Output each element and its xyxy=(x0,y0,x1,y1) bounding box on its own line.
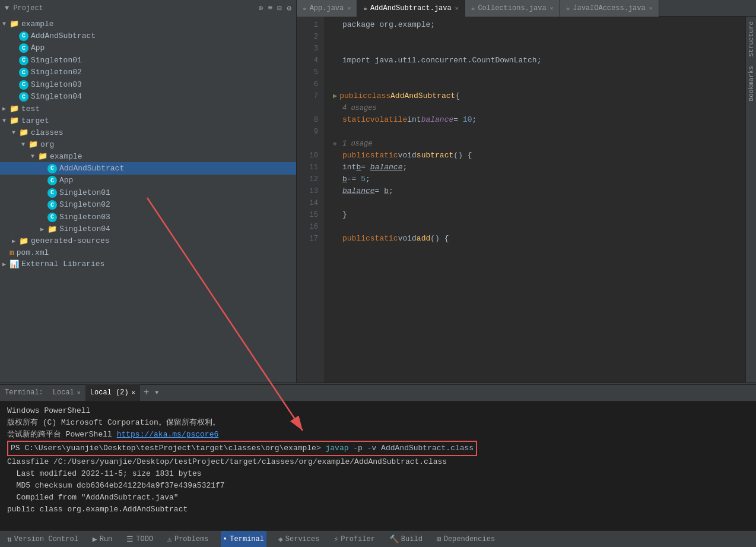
tree-item-label: pom.xml xyxy=(17,248,49,257)
editor-tab-bar: ☕App.java✕☕AddAndSubtract.java✕☕Collecti… xyxy=(297,0,756,17)
tree-item-label: Singleton03 xyxy=(59,213,110,222)
tree-item-label: classes xyxy=(31,128,63,137)
terminal-tab-local2[interactable]: Local (2) ✕ xyxy=(85,384,140,401)
folder-icon: 📁 xyxy=(38,151,47,161)
tree-item-singleton02[interactable]: CSingleton02 xyxy=(0,67,296,79)
terminal-line-5[interactable]: PS C:\Users\yuanjie\Desktop\testProject\… xyxy=(7,441,477,456)
status-icon-build: 🔨 xyxy=(389,535,399,544)
toolbar-settings-icon[interactable]: ⚙ xyxy=(287,4,291,13)
tab-label-collections-java: Collections.java xyxy=(478,4,546,12)
terminal-tab-local1[interactable]: Local ✕ xyxy=(48,384,85,401)
tree-item-label: App xyxy=(59,176,73,185)
tab-addandsubtract-java[interactable]: ☕AddAndSubtract.java✕ xyxy=(357,0,465,17)
tab-close-collections-java[interactable]: ✕ xyxy=(550,5,554,12)
pom-icon: m xyxy=(9,248,14,257)
tree-arrow: ▶ xyxy=(40,226,47,233)
tab-icon-javaio-java: ☕ xyxy=(566,4,570,12)
tree-item-singleton03[interactable]: CSingleton03 xyxy=(0,211,296,223)
tree-item-generated-sources[interactable]: ▶📁generated-sources xyxy=(0,235,296,247)
tree-arrow: ▼ xyxy=(12,129,19,136)
tree-item-app[interactable]: CApp xyxy=(0,42,296,55)
status-item-services[interactable]: ◈Services xyxy=(276,531,322,548)
code-line-5 xyxy=(333,67,745,78)
toolbar-scroll-icon[interactable]: ≡ xyxy=(268,4,273,13)
tree-arrow: ▼ xyxy=(31,153,38,160)
status-label-run: Run xyxy=(100,535,113,543)
terminal-title: Terminal: xyxy=(5,388,43,397)
folder-class-icon: 📁 xyxy=(47,225,57,234)
terminal-line-6: Classfile /C:/Users/yuanjie/Desktop/test… xyxy=(7,456,749,468)
tree-item-app[interactable]: CApp xyxy=(0,175,296,187)
tree-item-singleton04[interactable]: ▶📁Singleton04 xyxy=(0,223,296,235)
terminal-tab-local2-close[interactable]: ✕ xyxy=(132,389,135,396)
tree-item-test[interactable]: ▶📁test xyxy=(0,103,296,115)
code-line-6 xyxy=(333,78,745,90)
tree-arrow: ▶ xyxy=(12,238,19,245)
tab-bar: ▼ Project ⊕ ≡ ⊟ ⚙ ☕App.java✕☕AddAndSubtr… xyxy=(0,0,756,17)
status-label-build: Build xyxy=(401,535,423,543)
class-icon: C xyxy=(19,92,28,102)
folder-icon: 📁 xyxy=(9,19,19,29)
tree-item-label: Singleton03 xyxy=(31,80,82,89)
tree-item-example[interactable]: ▼📁example xyxy=(0,150,296,162)
tree-item-label: target xyxy=(21,116,49,125)
terminal-tab-local1-close[interactable]: ✕ xyxy=(77,389,81,396)
code-line-10: public static void subtract() { xyxy=(333,150,745,162)
tab-close-javaio-java[interactable]: ✕ xyxy=(649,5,653,12)
run-arrow[interactable]: ▶ xyxy=(333,90,337,102)
tree-arrow: ▼ xyxy=(2,118,9,124)
status-bar: ⇅Version Control▶Run☰TODO⚠Problems▪Termi… xyxy=(0,530,756,547)
tree-item-target[interactable]: ▼📁target xyxy=(0,115,296,127)
status-item-build[interactable]: 🔨Build xyxy=(387,531,425,548)
line-number-hint xyxy=(297,102,318,114)
tab-javaio-java[interactable]: ☕JavaIOAccess.java✕ xyxy=(560,0,659,17)
terminal-tab-dropdown[interactable]: ▼ xyxy=(153,390,161,396)
tree-item-label: Singleton01 xyxy=(31,56,82,65)
toolbar-filter-icon[interactable]: ⊟ xyxy=(277,4,282,13)
class-icon: C xyxy=(19,80,28,90)
terminal-add-tab-button[interactable]: + xyxy=(140,387,153,398)
status-item-profiler[interactable]: ⚡Profiler xyxy=(331,531,377,548)
tree-item-label: AddAndSubtract xyxy=(31,31,96,40)
tree-item-label: test xyxy=(21,105,40,113)
tree-item-singleton03[interactable]: CSingleton03 xyxy=(0,78,296,91)
status-item-run[interactable]: ▶Run xyxy=(90,531,115,548)
tab-label-addandsubtract-java: AddAndSubtract.java xyxy=(370,4,452,12)
code-lines[interactable]: package org.example;import java.util.con… xyxy=(323,17,745,382)
tab-close-app-java[interactable]: ✕ xyxy=(347,5,351,12)
tab-app-java[interactable]: ☕App.java✕ xyxy=(297,0,357,17)
toolbar-target-icon[interactable]: ⊕ xyxy=(259,4,263,13)
status-item-dependencies[interactable]: ⊞Dependencies xyxy=(434,531,497,548)
tree-item-singleton01[interactable]: CSingleton01 xyxy=(0,54,296,67)
bookmarks-structure[interactable]: Structure xyxy=(747,17,756,61)
folder-icon: 📁 xyxy=(9,104,19,113)
class-icon: C xyxy=(19,43,28,53)
tree-item-org[interactable]: ▼📁org xyxy=(0,138,296,150)
tab-close-addandsubtract-java[interactable]: ✕ xyxy=(455,5,459,12)
status-item-version-control[interactable]: ⇅Version Control xyxy=(5,531,81,548)
terminal-line-7: Last modified 2022-11-5; size 1831 bytes xyxy=(7,468,749,480)
class-icon: C xyxy=(47,176,57,186)
terminal-link[interactable]: https://aka.ms/pscore6 xyxy=(117,430,219,439)
status-item-todo[interactable]: ☰TODO xyxy=(124,531,155,548)
folder-icon: 📁 xyxy=(9,116,19,125)
line-number: 11 xyxy=(297,162,318,173)
bookmarks-bookmarks[interactable]: Bookmarks xyxy=(747,61,756,106)
tree-item-external-libraries[interactable]: ▶📊External Libraries xyxy=(0,258,296,270)
tree-item-addandsubtract-selected[interactable]: CAddAndSubtract xyxy=(0,162,296,175)
project-panel: ▼📁exampleCAddAndSubtractCAppCSingleton01… xyxy=(0,17,297,382)
project-panel-title[interactable]: ▼ Project xyxy=(5,4,43,12)
status-item-terminal[interactable]: ▪Terminal xyxy=(221,531,266,548)
status-item-problems[interactable]: ⚠Problems xyxy=(165,531,211,548)
tree-item-singleton01[interactable]: CSingleton01 xyxy=(0,186,296,199)
tree-item-classes[interactable]: ▼📁classes xyxy=(0,127,296,138)
tree-item-singleton02[interactable]: CSingleton02 xyxy=(0,199,296,211)
tab-icon-app-java: ☕ xyxy=(303,4,307,12)
tree-item-pom.xml[interactable]: mpom.xml xyxy=(0,247,296,258)
terminal-args: -p -v AddAndSubtract.class xyxy=(349,444,474,453)
tab-collections-java[interactable]: ☕Collections.java✕ xyxy=(465,0,560,17)
terminal-content[interactable]: Windows PowerShell版权所有 (C) Microsoft Cor… xyxy=(0,401,756,530)
tree-item-example[interactable]: ▼📁example xyxy=(0,18,296,30)
tree-item-singleton04[interactable]: CSingleton04 xyxy=(0,91,296,103)
tree-item-addandsubtract[interactable]: CAddAndSubtract xyxy=(0,30,296,42)
